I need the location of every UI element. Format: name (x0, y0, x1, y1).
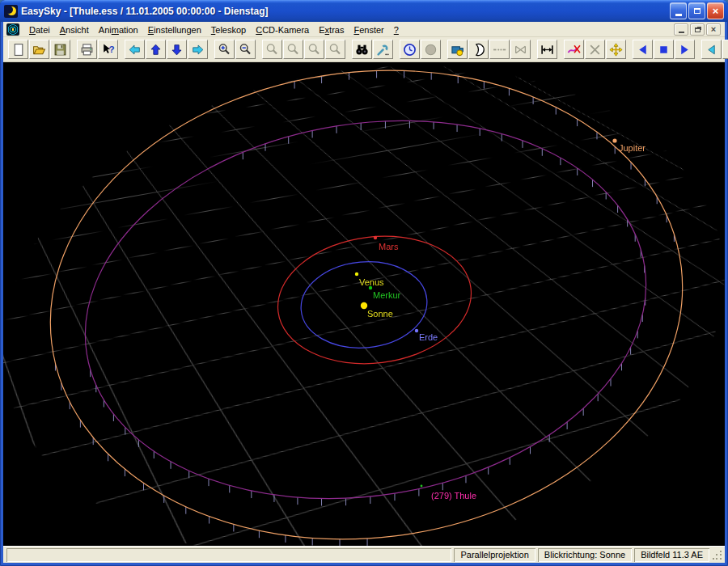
pan-down-button[interactable] (167, 40, 187, 59)
sky-sphere-button (421, 40, 441, 59)
zoom-gray-icon (265, 43, 279, 57)
close-icon: × (711, 25, 716, 34)
menu-item-datei[interactable]: Datei (24, 23, 55, 36)
menu-item-hilfe[interactable]: ? (389, 23, 404, 36)
open-file-button[interactable] (29, 40, 49, 59)
stop-icon (657, 43, 671, 57)
venus-label: Venus (359, 277, 384, 287)
sonne-dot (361, 302, 367, 309)
thule-orbit (57, 82, 673, 538)
status-panel-2: Blickrichtung: Sonne (538, 548, 632, 562)
new-file-button[interactable] (8, 40, 28, 59)
wrench-icon (376, 43, 390, 57)
menu-item-animation[interactable]: Animation (94, 23, 143, 36)
child-close-button[interactable]: × (706, 23, 721, 36)
print-button[interactable] (77, 40, 97, 59)
restore-button[interactable] (688, 2, 705, 19)
menu-item-extras[interactable]: Extras (314, 23, 349, 36)
toolbar-group (447, 40, 531, 59)
sky-view[interactable]: SonneVenusMerkurErdeMarsJupiter(279) Thu… (3, 62, 725, 546)
horizon-button (510, 40, 531, 59)
child-minimize-button[interactable] (674, 23, 688, 36)
step-backward-button[interactable] (701, 40, 722, 59)
resize-grip[interactable] (712, 550, 723, 561)
clock-icon (403, 43, 417, 57)
context-help-button[interactable]: ? (98, 40, 118, 59)
menu-item-ccd-kamera[interactable]: CCD-Kamera (251, 23, 314, 36)
animate-backward-button[interactable] (633, 40, 653, 59)
menu-item-ansicht[interactable]: Ansicht (55, 23, 94, 36)
save-file-button[interactable] (50, 40, 70, 59)
toolbar-group (352, 40, 394, 59)
help-arrow-icon: ? (101, 43, 115, 57)
play-fwd-icon (678, 43, 692, 57)
measure-distance-button[interactable] (537, 40, 557, 59)
child-restore-button[interactable] (690, 23, 705, 36)
window-content: DateiAnsichtAnimationEinstellungenTelesk… (3, 22, 725, 563)
thule-label: (279) Thule (431, 491, 476, 501)
nav-down-icon (170, 43, 184, 57)
toolbar-group (400, 40, 442, 59)
printer-icon (80, 43, 94, 57)
erde-dot (415, 329, 418, 332)
zoom-gray-icon (307, 43, 321, 57)
moon-phase-button[interactable] (468, 40, 489, 59)
menu-item-einstellungen[interactable]: Einstellungen (143, 23, 206, 36)
venus-dot (355, 272, 358, 276)
zoom-preset-3-button (304, 40, 324, 59)
zoom-in-button[interactable] (214, 40, 235, 59)
sonne-label: Sonne (367, 309, 393, 319)
pan-up-button[interactable] (146, 40, 166, 59)
close-icon: × (713, 6, 719, 16)
close-button[interactable]: × (707, 2, 724, 19)
settings-button[interactable] (373, 40, 393, 59)
jupiter-label: Jupiter (619, 143, 645, 153)
ccd-camera-button[interactable] (447, 40, 468, 59)
minimize-button[interactable] (670, 2, 687, 19)
toolbar-group (214, 40, 256, 59)
orbit-links-off-button[interactable] (564, 40, 584, 59)
animate-stop-button[interactable] (654, 40, 674, 59)
toolbar-group (125, 40, 209, 59)
zoom-out-button[interactable] (235, 40, 256, 59)
zoom-preset-4-button (325, 40, 345, 59)
mdi-child-controls: × (674, 23, 722, 36)
restore-icon (694, 8, 700, 14)
zoom-in-icon (218, 43, 231, 57)
app-window: EasySky - [Thule.ess / 11.01.2005 00:00:… (0, 0, 728, 566)
pan-left-button[interactable] (125, 40, 145, 59)
nav-right-icon (191, 43, 205, 57)
camera-icon (451, 43, 464, 57)
move-arrows-icon (609, 43, 623, 57)
gray-x-icon (588, 43, 602, 57)
ephemeris-button (489, 40, 510, 59)
status-panel-3: Bildfeld 11.3 AE (634, 548, 709, 562)
animate-forward-button[interactable] (675, 40, 695, 59)
pan-right-button[interactable] (188, 40, 208, 59)
labels-off-button (585, 40, 605, 59)
save-floppy-icon (53, 43, 67, 57)
open-folder-icon (32, 43, 46, 57)
zoom-gray-icon (286, 43, 300, 57)
step-back-icon (705, 43, 718, 57)
status-panel-1: Parallelprojektion (454, 548, 535, 562)
menu-item-teleskop[interactable]: Teleskop (206, 23, 251, 36)
step-forward-button[interactable] (722, 40, 728, 59)
svg-text:?: ? (109, 43, 115, 53)
time-settings-button[interactable] (400, 40, 420, 59)
moon-icon (472, 43, 485, 57)
thule-dot (421, 485, 423, 488)
dash-dots-icon (493, 43, 506, 57)
jupiter-dot (612, 138, 616, 142)
toolbar-group (633, 40, 696, 59)
zoom-preset-2-button (283, 40, 303, 59)
zoom-gray-icon (328, 43, 342, 57)
binoculars-icon (355, 43, 369, 57)
zoom-preset-1-button (262, 40, 282, 59)
menu-item-fenster[interactable]: Fenster (349, 23, 388, 36)
orbit-plot: SonneVenusMerkurErdeMarsJupiter(279) Thu… (3, 62, 725, 546)
move-view-button[interactable] (606, 40, 626, 59)
find-object-button[interactable] (352, 40, 372, 59)
erde-label: Erde (419, 332, 438, 342)
toolbar-group (564, 40, 627, 59)
